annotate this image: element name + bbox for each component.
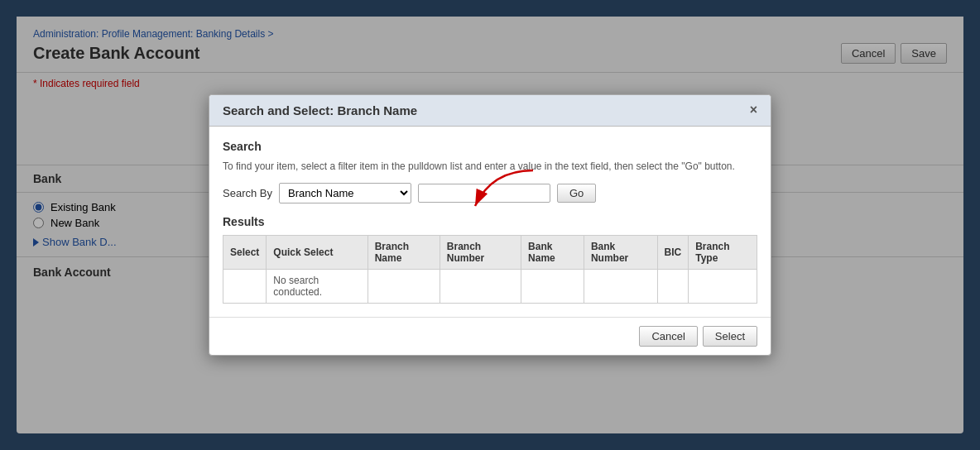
modal-footer: Cancel Select xyxy=(209,317,771,355)
cell-branch-type xyxy=(689,270,757,304)
cell-select xyxy=(223,270,267,304)
table-row: No search conducted. xyxy=(223,270,757,304)
modal-header: Search and Select: Branch Name × xyxy=(209,95,771,127)
search-instruction: To find your item, select a filter item … xyxy=(223,160,757,174)
results-section-title: Results xyxy=(223,215,757,228)
col-branch-name: Branch Name xyxy=(368,236,440,270)
search-by-select[interactable]: Branch Name Branch Number Bank Name Bank… xyxy=(279,183,411,203)
cell-bank-name xyxy=(521,270,584,304)
search-text-input[interactable] xyxy=(418,184,550,203)
go-button[interactable]: Go xyxy=(557,184,596,203)
col-select: Select xyxy=(223,236,267,270)
modal-dialog: Search and Select: Branch Name × Search … xyxy=(209,94,771,357)
col-bank-number: Bank Number xyxy=(584,236,657,270)
cell-branch-number xyxy=(440,270,521,304)
col-branch-type: Branch Type xyxy=(689,236,757,270)
cell-quick-select: No search conducted. xyxy=(267,270,368,304)
cell-bank-number xyxy=(584,270,657,304)
col-bank-name: Bank Name xyxy=(521,236,584,270)
search-section-title: Search xyxy=(223,140,757,153)
cell-bic xyxy=(657,270,689,304)
modal-overlay: Search and Select: Branch Name × Search … xyxy=(0,0,980,450)
modal-close-button[interactable]: × xyxy=(750,103,757,117)
modal-title: Search and Select: Branch Name xyxy=(223,103,417,117)
col-quick-select: Quick Select xyxy=(267,236,368,270)
modal-select-button[interactable]: Select xyxy=(703,326,757,347)
modal-cancel-button[interactable]: Cancel xyxy=(639,326,697,347)
col-bic: BIC xyxy=(657,236,689,270)
search-by-label: Search By xyxy=(223,187,272,199)
modal-body: Search To find your item, select a filte… xyxy=(209,127,771,318)
col-branch-number: Branch Number xyxy=(440,236,521,270)
cell-branch-name xyxy=(368,270,440,304)
search-row: Search By Branch Name Branch Number Bank… xyxy=(223,183,757,203)
results-table: Select Quick Select Branch Name Branch N… xyxy=(223,235,757,304)
